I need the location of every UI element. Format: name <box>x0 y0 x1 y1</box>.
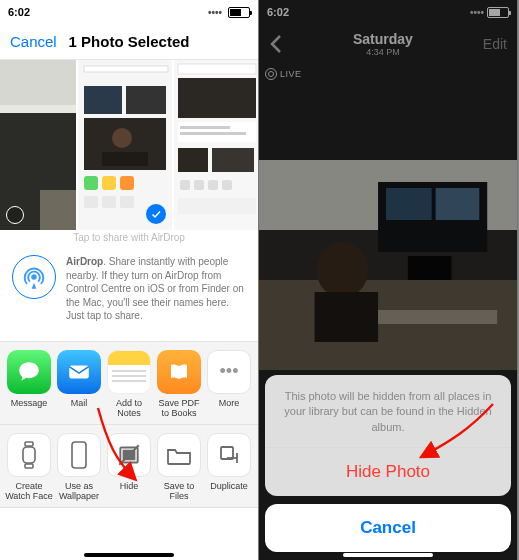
watch-icon <box>7 433 51 477</box>
share-apps-row: Message Mail Add to Notes Save PDF t <box>0 341 258 425</box>
svg-rect-35 <box>72 442 86 468</box>
share-actions-row: Create Watch Face Use as Wallpaper Hide … <box>0 425 258 508</box>
phone-outline-icon <box>57 433 101 477</box>
right-screenshot: 6:02 •••• Saturday 4:34 PM Edit LIVE <box>259 0 518 560</box>
cancel-button[interactable]: Cancel <box>10 33 57 50</box>
svg-rect-29 <box>178 198 256 214</box>
svg-rect-12 <box>102 176 116 190</box>
svg-rect-22 <box>180 132 246 135</box>
svg-rect-5 <box>84 66 168 72</box>
thumbnail-selected[interactable] <box>78 60 172 230</box>
status-bar: 6:02 •••• <box>0 0 258 24</box>
action-sheet-cancel-button[interactable]: Cancel <box>265 504 511 552</box>
share-app-notes[interactable]: Add to Notes <box>104 350 154 418</box>
action-wallpaper[interactable]: Use as Wallpaper <box>54 433 104 501</box>
action-save-files[interactable]: Save to Files <box>154 433 204 501</box>
thumbnail-next[interactable] <box>174 60 258 230</box>
airdrop-section: AirDrop. Share instantly with people nea… <box>0 245 258 341</box>
unselected-circle-icon[interactable] <box>6 206 24 224</box>
svg-rect-2 <box>0 60 76 105</box>
action-watch-face[interactable]: Create Watch Face <box>4 433 54 501</box>
svg-rect-10 <box>102 152 148 166</box>
svg-rect-33 <box>25 442 33 446</box>
svg-rect-14 <box>84 196 98 208</box>
ellipsis-icon[interactable]: ••• <box>207 350 251 394</box>
svg-rect-31 <box>69 365 89 378</box>
svg-rect-19 <box>178 78 256 118</box>
svg-rect-13 <box>120 176 134 190</box>
svg-rect-32 <box>23 447 35 463</box>
svg-rect-11 <box>84 176 98 190</box>
svg-rect-34 <box>25 464 33 468</box>
home-indicator[interactable] <box>343 553 433 557</box>
svg-rect-25 <box>180 180 190 190</box>
battery-icon <box>228 7 250 18</box>
airdrop-hint: Tap to share with AirDrop <box>0 230 258 245</box>
svg-rect-26 <box>194 180 204 190</box>
action-sheet-message: This photo will be hidden from all place… <box>265 375 511 447</box>
svg-rect-15 <box>102 196 116 208</box>
photo-thumbnails-row[interactable] <box>0 60 258 230</box>
airdrop-description: AirDrop. Share instantly with people nea… <box>66 255 246 323</box>
status-time: 6:02 <box>8 6 30 18</box>
action-sheet: This photo will be hidden from all place… <box>265 375 511 552</box>
page-title: 1 Photo Selected <box>69 33 190 50</box>
folder-icon <box>157 433 201 477</box>
svg-rect-1 <box>40 190 76 230</box>
duplicate-icon <box>207 433 251 477</box>
hide-photo-button[interactable]: Hide Photo <box>265 448 511 496</box>
svg-rect-27 <box>208 180 218 190</box>
selected-check-icon[interactable] <box>146 204 166 224</box>
action-hide[interactable]: Hide <box>104 433 154 501</box>
share-sheet-header: Cancel 1 Photo Selected <box>0 24 258 60</box>
hide-icon <box>107 433 151 477</box>
share-app-mail[interactable]: Mail <box>54 350 104 418</box>
share-app-message[interactable]: Message <box>4 350 54 418</box>
signal-dots: •••• <box>208 7 222 18</box>
svg-rect-18 <box>178 64 256 74</box>
svg-rect-3 <box>0 105 76 113</box>
thumbnail-prev[interactable] <box>0 60 76 230</box>
svg-rect-21 <box>180 126 230 129</box>
svg-rect-23 <box>178 148 208 172</box>
share-app-more[interactable]: ••• More <box>204 350 254 418</box>
svg-point-30 <box>32 275 36 279</box>
action-duplicate[interactable]: Duplicate <box>204 433 254 501</box>
svg-rect-6 <box>84 86 122 114</box>
left-screenshot: 6:02 •••• Cancel 1 Photo Selected <box>0 0 259 560</box>
svg-rect-7 <box>126 86 166 114</box>
svg-rect-16 <box>120 196 134 208</box>
svg-point-9 <box>112 128 132 148</box>
home-indicator[interactable] <box>84 553 174 557</box>
share-app-books[interactable]: Save PDF to Books <box>154 350 204 418</box>
svg-rect-28 <box>222 180 232 190</box>
airdrop-icon[interactable] <box>12 255 56 299</box>
svg-rect-24 <box>212 148 254 172</box>
